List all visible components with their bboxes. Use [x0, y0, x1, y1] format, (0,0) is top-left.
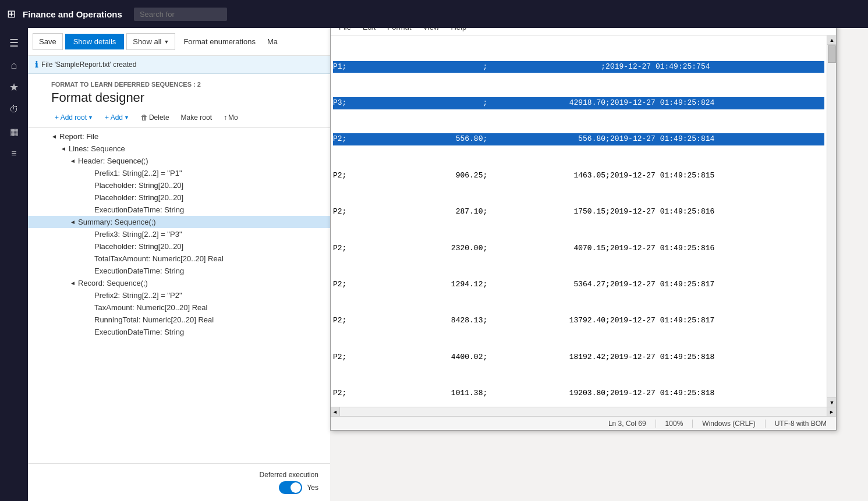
tree-row-record[interactable]: ◄ Record: Sequence(;): [28, 277, 330, 289]
text-row-4: P2; 906.25; 1463.05;2019-12-27 01:49:25:…: [333, 170, 824, 182]
scroll-track-v: [827, 45, 836, 397]
main-content: Save Show details Show all ▼ Format enum…: [28, 28, 330, 501]
page-subtitle: FORMAT TO LEARN DEFERRED SEQUENCES : 2: [51, 81, 321, 88]
scroll-right-button[interactable]: ►: [827, 407, 836, 417]
text-row-5: P2; 287.10; 1750.15;2019-12-27 01:49:25:…: [333, 206, 824, 218]
notepad-hscrollbar[interactable]: ◄ ►: [331, 407, 836, 416]
sidebar-hamburger[interactable]: ☰: [3, 33, 24, 54]
tree-arrow-summary: ◄: [70, 219, 78, 225]
text-row-2: P3; ; 42918.70;2019-12-27 01:49:25:824: [333, 97, 824, 109]
tree-row-prefix3[interactable]: Prefix3: String[2..2] = "P3": [28, 228, 330, 240]
text-row-10: P2; 1011.38; 19203.80;2019-12-27 01:49:2…: [333, 388, 824, 400]
tree-row-prefix1[interactable]: Prefix1: String[2..2] = "P1": [28, 167, 330, 179]
sidebar-workspaces[interactable]: ▦: [3, 121, 24, 142]
sidebar-home[interactable]: ⌂: [3, 55, 24, 76]
text-row-8: P2; 8428.13; 13792.40;2019-12-27 01:49:2…: [333, 315, 824, 327]
toggle-yes-label: Yes: [307, 484, 318, 492]
tree-label: TaxAmount: Numeric[20..20] Real: [94, 303, 207, 312]
format-enumerations-button[interactable]: Format enumerations: [178, 34, 261, 49]
deferred-toggle[interactable]: [279, 481, 302, 494]
tree-row-lines[interactable]: ◄ Lines: Sequence: [28, 143, 330, 155]
add-chevron-icon: ▼: [124, 115, 129, 120]
sidebar-modules[interactable]: ≡: [3, 143, 24, 164]
tree-label: Record: Sequence(;): [78, 279, 148, 287]
add-button[interactable]: + Add ▼: [101, 111, 133, 124]
tree-row-header[interactable]: ◄ Header: Sequence(;): [28, 155, 330, 167]
sidebar-favorites[interactable]: ★: [3, 77, 24, 98]
notepad-vscrollbar[interactable]: ▲ ▼: [827, 35, 836, 407]
scroll-left-button[interactable]: ◄: [331, 407, 340, 417]
tree-label: Prefix3: String[2..2] = "P3": [94, 230, 182, 239]
text-row-3: P2; 556.80; 556.80;2019-12-27 01:49:25:8…: [333, 133, 824, 145]
grid-icon[interactable]: ⊞: [7, 8, 16, 20]
tree-container: ◄ Report: File ◄ Lines: Sequence ◄ Heade…: [28, 128, 330, 463]
info-message: File 'SampleReport.txt' created: [41, 61, 136, 69]
tree-label: Summary: Sequence(;): [78, 218, 156, 226]
tree-label: RunningTotal: Numeric[20..20] Real: [94, 315, 214, 324]
tree-row-prefix2[interactable]: Prefix2: String[2..2] = "P2": [28, 289, 330, 301]
add-root-chevron-icon: ▼: [88, 115, 93, 120]
designer-toolbar: + Add root ▼ + Add ▼ 🗑 Delete Make root …: [28, 108, 330, 128]
tree-row-execdt2[interactable]: ExecutionDateTime: String: [28, 265, 330, 277]
fo-toolbar: Save Show details Show all ▼ Format enum…: [28, 28, 330, 56]
tree-label: Lines: Sequence: [69, 144, 125, 153]
toggle-row: Yes: [279, 481, 318, 494]
move-button[interactable]: ↑ Mo: [220, 111, 242, 124]
tree-label: ExecutionDateTime: String: [94, 267, 184, 275]
tree-label: Placeholder: String[20..20]: [94, 242, 183, 251]
sidebar-recent[interactable]: ⏱: [3, 99, 24, 120]
tree-arrow-record: ◄: [70, 280, 78, 286]
tree-label: Prefix2: String[2..2] = "P2": [94, 291, 182, 300]
status-cursor: Ln 3, Col 69: [599, 420, 656, 428]
info-bar: ℹ File 'SampleReport.txt' created: [28, 56, 330, 74]
add-root-button[interactable]: + Add root ▼: [51, 111, 97, 124]
scroll-down-button[interactable]: ▼: [827, 397, 836, 407]
make-root-button[interactable]: Make root: [178, 111, 215, 124]
tree-arrow-lines: ◄: [61, 145, 69, 152]
tree-row-totaltax[interactable]: TotalTaxAmount: Numeric[20..20] Real: [28, 253, 330, 265]
deferred-label: Deferred execution: [260, 471, 318, 479]
tree-row-taxamount[interactable]: TaxAmount: Numeric[20..20] Real: [28, 301, 330, 314]
notepad-content-area: P1; ; ;2019-12-27 01:49:25:754 P3; ; 429…: [331, 35, 836, 407]
save-button[interactable]: Save: [33, 33, 63, 50]
scroll-up-button[interactable]: ▲: [827, 35, 836, 45]
app-title: Finance and Operations: [23, 9, 122, 19]
tree-row-placeholder3[interactable]: Placeholder: String[20..20]: [28, 240, 330, 253]
tree-row-report[interactable]: ◄ Report: File: [28, 130, 330, 143]
notepad-statusbar: Ln 3, Col 69 100% Windows (CRLF) UTF-8 w…: [331, 416, 836, 430]
up-arrow-icon: ↑: [224, 113, 227, 122]
text-row-7: P2; 1294.12; 5364.27;2019-12-27 01:49:25…: [333, 279, 824, 291]
tree-label: Prefix1: String[2..2] = "P1": [94, 169, 182, 177]
tree-row-placeholder2[interactable]: Placeholder: String[20..20]: [28, 191, 330, 204]
chevron-down-icon: ▼: [164, 39, 169, 45]
trash-icon: 🗑: [141, 113, 148, 122]
status-encoding: UTF-8 with BOM: [766, 420, 836, 428]
app-sidebar: ☰ ⌂ ★ ⏱ ▦ ≡: [0, 28, 28, 501]
tree-row-running[interactable]: RunningTotal: Numeric[20..20] Real: [28, 314, 330, 326]
tree-label: ExecutionDateTime: String: [94, 205, 184, 214]
bottom-section: Deferred execution Yes: [28, 463, 330, 501]
show-details-button[interactable]: Show details: [65, 34, 125, 49]
tree-label: Placeholder: String[20..20]: [94, 193, 183, 202]
tree-row-summary[interactable]: ◄ Summary: Sequence(;): [28, 216, 330, 228]
tree-label: Header: Sequence(;): [78, 157, 148, 165]
scroll-thumb-v[interactable]: [828, 45, 836, 63]
tree-row-execdt1[interactable]: ExecutionDateTime: String: [28, 204, 330, 216]
tree-label: ExecutionDateTime: String: [94, 328, 184, 336]
text-row-1: P1; ; ;2019-12-27 01:49:25:754: [333, 61, 824, 73]
tree-arrow-report: ◄: [51, 133, 59, 140]
text-row-9: P2; 4400.02; 18192.42;2019-12-27 01:49:2…: [333, 351, 824, 364]
ma-button[interactable]: Ma: [264, 34, 281, 49]
notepad-text-area[interactable]: P1; ; ;2019-12-27 01:49:25:754 P3; ; 429…: [331, 35, 827, 407]
status-lineending: Windows (CRLF): [693, 420, 765, 428]
tree-row-execdt3[interactable]: ExecutionDateTime: String: [28, 326, 330, 338]
tree-row-placeholder1[interactable]: Placeholder: String[20..20]: [28, 179, 330, 191]
page-title: Format designer: [51, 90, 321, 105]
notepad-window: SampleReport (4).txt - Notepad — □ ✕ Fil…: [330, 0, 837, 431]
show-all-button[interactable]: Show all ▼: [126, 33, 175, 50]
page-header: FORMAT TO LEARN DEFERRED SEQUENCES : 2 F…: [28, 74, 330, 108]
delete-button[interactable]: 🗑 Delete: [137, 111, 173, 124]
status-zoom: 100%: [656, 420, 693, 428]
search-input[interactable]: [134, 8, 227, 21]
tree-label: Report: File: [59, 132, 98, 141]
